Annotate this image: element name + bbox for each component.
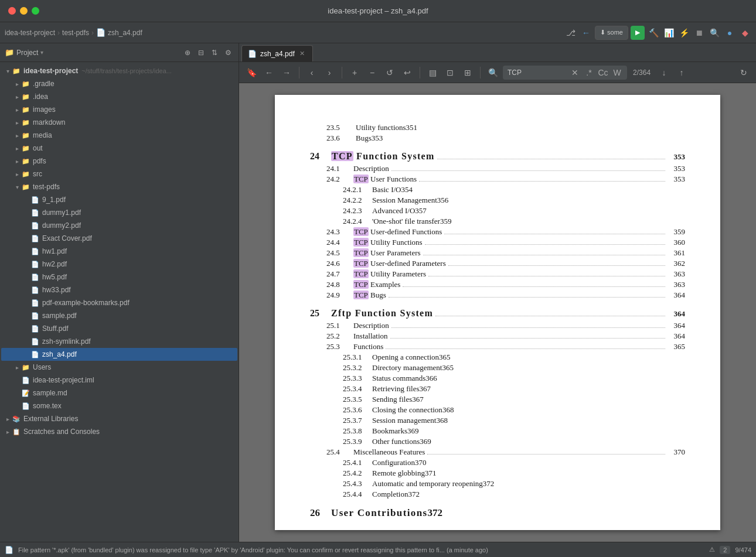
tree-label: 9_1.pdf [42,196,66,204]
tree-item-markdown[interactable]: 📁markdown [1,116,237,129]
subsection-title: Session Management [372,196,437,205]
tree-item-idea-test-project[interactable]: 📁idea-test-project~/stuff/trash/test-pro… [1,64,237,77]
coverage-btn[interactable]: 📊 [662,26,675,39]
some-dropdown[interactable]: ⬇ some [595,26,628,40]
tree-item-dummy2.pdf[interactable]: 📄dummy2.pdf [1,219,237,232]
tree-item-hw5.pdf[interactable]: 📄hw5.pdf [1,271,237,283]
locate-btn[interactable]: ⊕ [182,47,193,59]
back-btn[interactable]: ← [580,26,592,39]
pdf-prev-btn[interactable]: ‹ [304,66,319,79]
tree-item-Stuff.pdf[interactable]: 📄Stuff.pdf [1,322,237,335]
breadcrumb-file[interactable]: zsh_a4.pdf [108,29,142,37]
toc-page: 364 [668,291,685,300]
toc-section: 25.4Miscellaneous Features370 [310,447,685,457]
window-controls [8,7,39,15]
pdf-forward-btn[interactable]: → [279,66,294,79]
reset-btn[interactable]: ↩ [400,66,415,79]
tree-item-pdf-example-bookmarks.pdf[interactable]: 📄pdf-example-bookmarks.pdf [1,296,237,309]
breadcrumb-project[interactable]: idea-test-project [5,29,55,37]
tree-item-src[interactable]: 📁src [1,168,237,180]
tree-item-sample.pdf[interactable]: 📄sample.pdf [1,309,237,322]
tree-item-pdfs[interactable]: 📁pdfs [1,155,237,168]
search-clear-btn[interactable]: ✕ [570,66,580,79]
pdf-back-btn[interactable]: ← [261,66,277,79]
section-number: 24.1 [326,164,353,173]
tree-item-Users[interactable]: 📁Users [1,361,237,374]
pdf-content[interactable]: 23.5Utility functions35123.6Bugs35324TCP… [239,83,756,542]
section-number: 24.8 [326,280,353,289]
subsection-number: 25.3.1 [343,353,372,362]
sort-btn[interactable]: ⇅ [209,47,220,59]
profile-btn[interactable]: ⚡ [677,26,690,39]
find-next-btn[interactable]: ↓ [656,66,672,79]
run-button[interactable]: ▶ [631,26,645,40]
search-everywhere-btn[interactable]: 🔍 [708,26,721,39]
tree-icon-pdf: 📄 [30,324,40,333]
subsection-title: Retrieving files [372,384,420,394]
refresh-btn[interactable]: ↺ [382,66,397,79]
tab-zsh-a4[interactable]: 📄 zsh_a4.pdf ✕ [241,45,313,61]
sidebar: 📁 Project ▾ ⊕ ⊟ ⇅ ⚙ 📁idea-test-project~/… [0,43,239,542]
toc-page: 363 [668,269,685,279]
stop-btn[interactable]: ⏹ [693,26,706,39]
tree-arrow [22,312,30,320]
settings-btn[interactable]: ⚙ [222,47,234,59]
search-case-btn[interactable]: Cc [598,66,608,79]
tree-item-dummy1.pdf[interactable]: 📄dummy1.pdf [1,206,237,219]
plugin-icon1[interactable]: ● [723,26,736,39]
two-page-btn[interactable]: ▤ [425,66,440,79]
bookmark-btn[interactable]: 🔖 [244,66,259,79]
some-label: ⬇ some [600,29,623,36]
tree-item-hw2.pdf[interactable]: 📄hw2.pdf [1,258,237,271]
fit-page-btn[interactable]: ⊡ [442,66,458,79]
titlebar: idea-test-project – zsh_a4.pdf [0,0,756,22]
tree-item-zsh_a4.pdf[interactable]: 📄zsh_a4.pdf [1,348,237,361]
pdf-search-btn[interactable]: 🔍 [485,66,500,79]
tree-item-media[interactable]: 📁media [1,129,237,142]
tree-item-zsh-symlink.pdf[interactable]: 📄zsh-symlink.pdf [1,335,237,348]
tree-item-sample.md[interactable]: 📝sample.md [1,387,237,399]
search-word-btn[interactable]: W [612,66,622,79]
tab-pdf-icon: 📄 [248,50,257,58]
tree-item-some.tex[interactable]: 📄some.tex [1,399,237,412]
tree-item-out[interactable]: 📁out [1,142,237,155]
tree-item-hw1.pdf[interactable]: 📄hw1.pdf [1,245,237,258]
toc-page: 363 [668,280,685,289]
maximize-button[interactable] [32,7,39,15]
tree-item-Exact Cover.pdf[interactable]: 📄Exact Cover.pdf [1,232,237,245]
tree-item-idea[interactable]: 📁.idea [1,90,237,103]
search-input[interactable] [508,69,566,77]
tree-icon-pdf: 📄 [30,234,40,243]
minimize-button[interactable] [20,7,28,15]
tree-item-test-pdfs[interactable]: 📁test-pdfs [1,180,237,193]
sidebar-dropdown-arrow[interactable]: ▾ [40,49,43,56]
tree-item-hw33.pdf[interactable]: 📄hw33.pdf [1,283,237,296]
more-options-btn[interactable]: ↻ [736,66,751,79]
collapse-btn[interactable]: ⊟ [195,47,207,59]
toc-section: 24.4TCP Utility Functions360 [310,238,685,247]
tab-close-btn[interactable]: ✕ [298,50,307,58]
tree-item-images[interactable]: 📁images [1,103,237,116]
git-icon-btn[interactable]: ⎇ [564,26,577,39]
tree-arrow [13,93,21,101]
tree-item-gradle[interactable]: 📁.gradle [1,77,237,90]
pdf-next-btn[interactable]: › [322,66,337,79]
breadcrumb-folder[interactable]: test-pdfs [62,29,89,37]
subsection-number: 24.2.4 [343,217,372,226]
toc-page: 370 [415,458,427,467]
tree-icon-folder: 📁 [21,118,30,127]
close-button[interactable] [8,7,16,15]
zoom-out-btn[interactable]: − [365,66,380,79]
toc-page: 364 [668,309,685,319]
find-prev-btn[interactable]: ↑ [674,66,689,79]
tree-item-idea-test-project.iml[interactable]: 📄idea-test-project.iml [1,374,237,387]
tree-label: idea-test-project.iml [33,376,94,384]
tree-item-External Libraries[interactable]: 📚External Libraries [1,412,237,425]
search-regex-btn[interactable]: .* [584,66,594,79]
tree-item-9_1.pdf[interactable]: 📄9_1.pdf [1,193,237,206]
zoom-in-btn[interactable]: + [347,66,362,79]
build-btn[interactable]: 🔨 [647,26,660,39]
plugin-icon2[interactable]: ◆ [738,26,751,39]
tree-item-Scratches and Consoles[interactable]: 📋Scratches and Consoles [1,425,237,438]
fit-width-btn[interactable]: ⊞ [460,66,475,79]
